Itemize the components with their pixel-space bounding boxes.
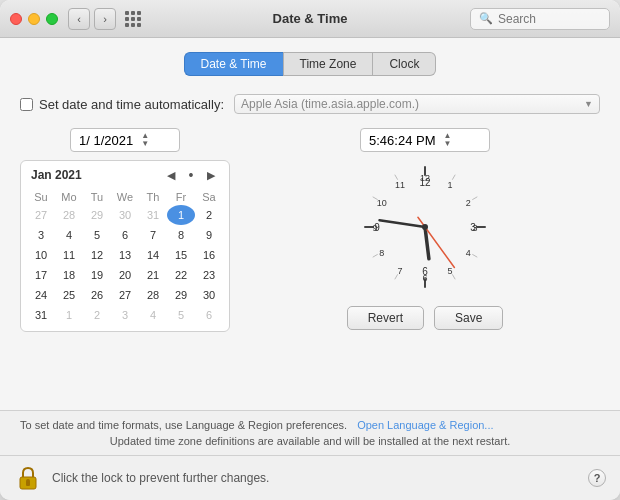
footer-info: To set date and time formats, use Langua… [0,410,620,455]
calendar-day[interactable]: 31 [139,205,167,225]
calendar-day[interactable]: 1 [167,205,195,225]
calendar-day[interactable]: 25 [55,285,83,305]
time-stepper[interactable]: ▲ ▼ [442,132,454,148]
calendar-day[interactable]: 14 [139,245,167,265]
calendar-day[interactable]: 8 [167,225,195,245]
lock-button[interactable] [14,464,42,492]
calendar-next-button[interactable]: ▶ [203,167,219,183]
svg-text:1: 1 [447,180,452,190]
calendar-day[interactable]: 28 [55,205,83,225]
calendar-day[interactable]: 31 [27,305,55,325]
calendar-day[interactable]: 5 [167,305,195,325]
calendar-day[interactable]: 4 [55,225,83,245]
calendar-day[interactable]: 10 [27,245,55,265]
cal-header-fr: Fr [167,189,195,205]
calendar-day[interactable]: 29 [167,285,195,305]
grid-view-button[interactable] [122,8,144,30]
calendar-day[interactable]: 30 [195,285,223,305]
revert-button[interactable]: Revert [347,306,424,330]
calendar-day[interactable]: 17 [27,265,55,285]
maximize-button[interactable] [46,13,58,25]
calendar-day[interactable]: 21 [139,265,167,285]
svg-line-14 [453,175,456,179]
forward-button[interactable]: › [94,8,116,30]
calendar-day[interactable]: 24 [27,285,55,305]
date-input-row: 1/ 1/2021 ▲ ▼ [20,128,230,152]
calendar-day[interactable]: 6 [195,305,223,325]
calendar-day[interactable]: 16 [195,245,223,265]
calendar-day[interactable]: 4 [139,305,167,325]
svg-line-15 [473,197,477,200]
calendar-day[interactable]: 20 [111,265,139,285]
svg-text:10: 10 [377,198,387,208]
auto-set-checkbox[interactable] [20,98,33,111]
calendar-day[interactable]: 28 [139,285,167,305]
search-input[interactable] [498,12,601,26]
time-input-row: 5:46:24 PM ▲ ▼ [360,128,490,152]
tab-time-zone[interactable]: Time Zone [283,52,374,76]
main-area: 1/ 1/2021 ▲ ▼ Jan 2021 ◀ • ▶ [20,128,600,396]
timezone-dropdown[interactable]: Apple Asia (time.asia.apple.com.) ▼ [234,94,600,114]
back-button[interactable]: ‹ [68,8,90,30]
tab-clock[interactable]: Clock [373,52,436,76]
date-down-button[interactable]: ▼ [139,140,151,148]
calendar-side: 1/ 1/2021 ▲ ▼ Jan 2021 ◀ • ▶ [20,128,230,396]
calendar-day[interactable]: 23 [195,265,223,285]
grid-icon [125,11,141,27]
calendar-day[interactable]: 19 [83,265,111,285]
date-stepper[interactable]: ▲ ▼ [139,132,151,148]
svg-text:3: 3 [472,223,477,233]
cal-header-th: Th [139,189,167,205]
calendar-day[interactable]: 22 [167,265,195,285]
footer-update-text: Updated time zone definitions are availa… [110,435,511,447]
open-language-region-link[interactable]: Open Language & Region... [357,419,493,431]
search-box[interactable]: 🔍 [470,8,610,30]
date-value: 1/ 1/2021 [79,133,133,148]
calendar-day[interactable]: 1 [55,305,83,325]
calendar-day[interactable]: 15 [167,245,195,265]
minimize-button[interactable] [28,13,40,25]
calendar-day[interactable]: 3 [111,305,139,325]
calendar-day[interactable]: 13 [111,245,139,265]
time-input-box[interactable]: 5:46:24 PM ▲ ▼ [360,128,490,152]
calendar-day[interactable]: 9 [195,225,223,245]
tab-date-time[interactable]: Date & Time [184,52,283,76]
content: Date & Time Time Zone Clock Set date and… [0,38,620,410]
calendar-day[interactable]: 2 [195,205,223,225]
calendar-day[interactable]: 27 [111,285,139,305]
calendar-day[interactable]: 18 [55,265,83,285]
calendar-day[interactable]: 27 [27,205,55,225]
calendar-day[interactable]: 5 [83,225,111,245]
auto-set-text: Set date and time automatically: [39,97,224,112]
clock-side: 5:46:24 PM ▲ ▼ [250,128,600,396]
svg-text:12: 12 [420,173,430,183]
cal-header-tu: Tu [83,189,111,205]
calendar-day[interactable]: 11 [55,245,83,265]
traffic-lights [10,13,58,25]
time-down-button[interactable]: ▼ [442,140,454,148]
save-button[interactable]: Save [434,306,503,330]
calendar-dot[interactable]: • [183,167,199,183]
titlebar: ‹ › Date & Time 🔍 [0,0,620,38]
lock-text: Click the lock to prevent further change… [52,471,269,485]
calendar-prev-button[interactable]: ◀ [163,167,179,183]
calendar-day[interactable]: 6 [111,225,139,245]
calendar-day[interactable]: 12 [83,245,111,265]
chevron-down-icon: ▼ [584,99,593,109]
calendar-day[interactable]: 2 [83,305,111,325]
calendar-day[interactable]: 26 [83,285,111,305]
calendar-day[interactable]: 29 [83,205,111,225]
calendar-day[interactable]: 3 [27,225,55,245]
calendar-day[interactable]: 30 [111,205,139,225]
svg-text:11: 11 [395,180,405,190]
auto-set-label[interactable]: Set date and time automatically: [20,97,224,112]
close-button[interactable] [10,13,22,25]
calendar-nav: ◀ • ▶ [163,167,219,183]
cal-header-sa: Sa [195,189,223,205]
cal-header-we: We [111,189,139,205]
help-button[interactable]: ? [588,469,606,487]
calendar-day[interactable]: 7 [139,225,167,245]
date-input-box[interactable]: 1/ 1/2021 ▲ ▼ [70,128,180,152]
button-row: Revert Save [347,306,504,330]
calendar: Jan 2021 ◀ • ▶ Su Mo Tu [20,160,230,332]
